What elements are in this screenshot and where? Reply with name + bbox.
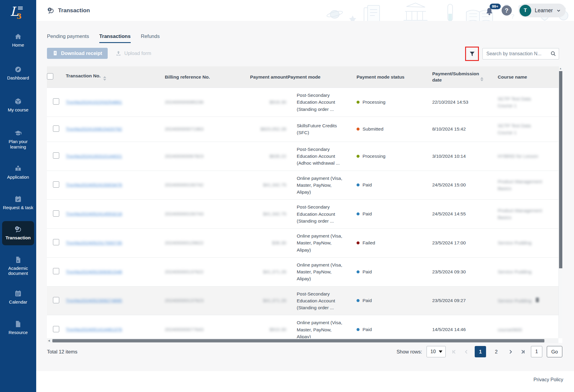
row-checkbox[interactable]	[53, 268, 59, 274]
sidebar-item-label: My course	[8, 107, 28, 113]
horizontal-scroll-thumb[interactable]	[52, 339, 544, 342]
sidebar-item-label: Home	[12, 42, 24, 48]
billing-ref-cell: 202400000150743	[165, 211, 203, 216]
tab-pending-payments[interactable]: Pending payments	[47, 33, 89, 43]
status-dot	[357, 299, 360, 302]
download-receipt-button[interactable]: Download receipt	[47, 48, 108, 59]
status-label: Failed	[363, 240, 375, 246]
go-button[interactable]: Go	[547, 346, 562, 357]
row-checkbox[interactable]	[53, 297, 59, 303]
status-dot	[357, 183, 360, 186]
billing-ref-cell: 202400000077643	[165, 327, 203, 332]
sidebar-item-application[interactable]: Application	[2, 165, 34, 180]
page-jump-input[interactable]	[531, 346, 542, 357]
row-checkbox[interactable]	[53, 210, 59, 217]
sidebar-item-label: Request & task	[3, 205, 34, 210]
scroll-up-arrow[interactable]: ▲	[559, 66, 562, 71]
page-1-button[interactable]: 1	[475, 346, 486, 357]
payment-mode-cell: SkillsFuture Credits (SFC)	[297, 122, 344, 136]
payment-mode-cell: Online payment (Visa, Master, PayNow, Al…	[297, 175, 344, 196]
status-label: Processing	[363, 154, 386, 159]
filter-button[interactable]	[465, 47, 479, 61]
sidebar-item-request-task[interactable]: Request & task	[2, 195, 34, 210]
scroll-left-arrow[interactable]: ◀	[48, 338, 50, 343]
column-course-name: Course name	[498, 74, 558, 80]
payment-mode-cell: Post-Secondary Education Account (Standi…	[297, 92, 344, 113]
top-bar: ? ? $ Transaction 99+ ? T Learner	[36, 0, 574, 21]
sidebar-item-resource[interactable]: Resource	[2, 320, 34, 335]
chevron-down-icon	[556, 8, 561, 13]
select-all-checkbox[interactable]	[47, 73, 53, 79]
row-checkbox[interactable]	[53, 326, 59, 332]
transaction-link[interactable]: TrxnNo2024051414461376	[66, 327, 122, 332]
horizontal-scrollbar[interactable]: ◀	[47, 338, 558, 343]
table-header-row: Transaction No. Billing reference No. Pa…	[47, 66, 562, 88]
status-dot	[357, 241, 360, 244]
sidebar-item-calendar[interactable]: Calendar	[2, 290, 34, 305]
sidebar-item-home[interactable]: Home	[2, 33, 34, 48]
payment-amount-cell: $820,052.28	[261, 126, 286, 131]
payment-date-cell: 14/5/2024 14:46	[432, 323, 498, 336]
receipt-icon	[52, 50, 58, 56]
app-logo[interactable]: L 3	[8, 5, 29, 22]
last-page-button[interactable]	[519, 349, 526, 355]
transaction-link[interactable]: TrxnNo2024052309274895	[66, 298, 122, 303]
row-checkbox[interactable]	[53, 239, 59, 245]
row-checkbox[interactable]	[53, 181, 59, 188]
vertical-scrollbar[interactable]: ▲	[558, 66, 562, 338]
logo-tagline-lines	[18, 7, 23, 10]
sort-icon[interactable]	[480, 77, 483, 82]
column-payment-date[interactable]: Payment/Submission date	[432, 71, 498, 83]
sidebar-item-dashboard[interactable]: Dashboard	[2, 66, 34, 81]
first-page-button[interactable]	[450, 349, 458, 355]
row-checkbox[interactable]	[53, 152, 59, 159]
course-name-cell: SCTP Test Data Course 1	[498, 95, 546, 109]
table-row: TrxnNo2024051414461376 202400000077643 $…	[47, 315, 562, 338]
column-transaction-no[interactable]: Transaction No.	[66, 73, 165, 81]
transaction-link[interactable]: TrxnNo2024052414553218	[66, 211, 122, 216]
vertical-scroll-thumb[interactable]	[559, 71, 562, 268]
help-button[interactable]: ?	[502, 5, 512, 16]
table-row: TrxnNo2024052414553218 202400000150743 $…	[47, 200, 562, 229]
tab-bar: Pending payments Transactions Refunds	[47, 33, 160, 43]
sort-icon[interactable]	[103, 76, 106, 81]
toolbar: Download receipt Upload form	[47, 48, 151, 59]
upload-form-button[interactable]: Upload form	[115, 50, 151, 56]
show-rows-select[interactable]: 10	[427, 346, 446, 357]
search-input[interactable]	[482, 48, 559, 59]
status-label: Submitted	[363, 126, 383, 132]
previous-page-button[interactable]	[462, 349, 470, 355]
transaction-link[interactable]: TrxnNo2024052317000735	[66, 240, 122, 245]
transaction-link[interactable]: TrxnNo2024100815420792	[66, 126, 122, 131]
sidebar-item-plan-your-learning[interactable]: Plan your learning	[2, 129, 34, 149]
transaction-link[interactable]: TrxnNo2024100310144021	[66, 154, 122, 159]
payment-amount-cell: $41,342.75	[263, 182, 286, 187]
payment-amount-cell: $41,342.75	[263, 211, 286, 216]
notifications-button[interactable]: 99+	[485, 5, 495, 16]
table-row: TrxnNo2024052309274895 202400000137623 $…	[47, 287, 562, 316]
transactions-table: Transaction No. Billing reference No. Pa…	[47, 66, 562, 343]
course-name-cell: Service Pudding	[498, 268, 532, 275]
sidebar: L 3 Home Dashboard My course Plan your l…	[0, 0, 36, 392]
receipt-action-icon[interactable]	[535, 297, 540, 304]
status-dot	[357, 128, 360, 131]
sidebar-item-my-course[interactable]: My course	[2, 98, 34, 113]
transaction-link[interactable]: TrxnNo2024052415003476	[66, 182, 122, 187]
tab-transactions[interactable]: Transactions	[99, 33, 131, 43]
row-checkbox[interactable]	[53, 98, 59, 105]
row-checkbox[interactable]	[53, 125, 59, 132]
total-items-label: Total 12 items	[47, 346, 77, 357]
privacy-policy-link[interactable]: Privacy Policy	[533, 377, 563, 382]
sidebar-item-academic-document[interactable]: Academic document	[2, 256, 34, 276]
tab-refunds[interactable]: Refunds	[141, 33, 160, 43]
next-page-button[interactable]	[506, 349, 514, 355]
transaction-link[interactable]: TrxnNo2024102203254861	[66, 99, 122, 105]
transaction-link[interactable]: TrxnNo2024052309301548	[66, 269, 122, 274]
search-icon[interactable]	[550, 50, 556, 57]
user-menu[interactable]: T Learner	[518, 4, 566, 17]
status-dot	[357, 101, 360, 104]
sidebar-item-transaction[interactable]: $ Transaction	[2, 221, 34, 245]
page-2-button[interactable]: 2	[491, 346, 502, 357]
sidebar-item-label: Academic document	[2, 266, 34, 276]
graduation-cap-icon	[14, 129, 22, 137]
